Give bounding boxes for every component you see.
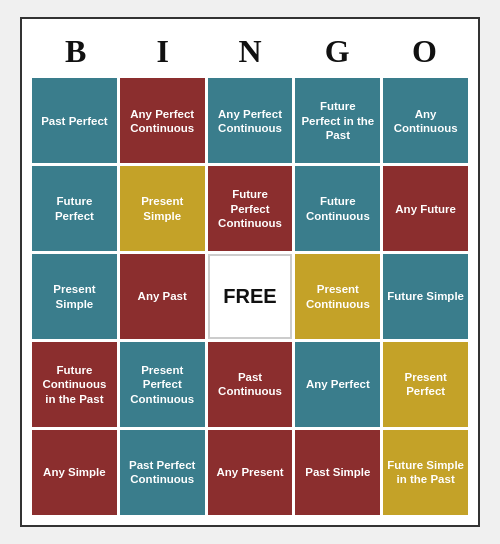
cell-r2-c0[interactable]: Present Simple: [32, 254, 117, 339]
cell-r4-c0[interactable]: Any Simple: [32, 430, 117, 515]
cell-r0-c2[interactable]: Any Perfect Continuous: [208, 78, 293, 163]
cell-r2-c3[interactable]: Present Continuous: [295, 254, 380, 339]
bingo-letter-O: O: [381, 29, 468, 74]
bingo-card: BINGO Past PerfectAny Perfect Continuous…: [20, 17, 480, 526]
cell-r3-c2[interactable]: Past Continuous: [208, 342, 293, 427]
cell-r2-c1[interactable]: Any Past: [120, 254, 205, 339]
bingo-letter-I: I: [119, 29, 206, 74]
cell-r0-c1[interactable]: Any Perfect Continuous: [120, 78, 205, 163]
bingo-grid: Past PerfectAny Perfect ContinuousAny Pe…: [32, 78, 468, 514]
cell-r0-c3[interactable]: Future Perfect in the Past: [295, 78, 380, 163]
cell-r3-c4[interactable]: Present Perfect: [383, 342, 468, 427]
bingo-letter-N: N: [206, 29, 293, 74]
cell-r4-c3[interactable]: Past Simple: [295, 430, 380, 515]
cell-r3-c1[interactable]: Present Perfect Continuous: [120, 342, 205, 427]
cell-r1-c0[interactable]: Future Perfect: [32, 166, 117, 251]
cell-r4-c1[interactable]: Past Perfect Continuous: [120, 430, 205, 515]
cell-r3-c0[interactable]: Future Continuous in the Past: [32, 342, 117, 427]
cell-r2-c2[interactable]: FREE: [208, 254, 293, 339]
cell-r2-c4[interactable]: Future Simple: [383, 254, 468, 339]
cell-r0-c0[interactable]: Past Perfect: [32, 78, 117, 163]
cell-r1-c4[interactable]: Any Future: [383, 166, 468, 251]
cell-r4-c2[interactable]: Any Present: [208, 430, 293, 515]
cell-r3-c3[interactable]: Any Perfect: [295, 342, 380, 427]
bingo-letter-G: G: [294, 29, 381, 74]
bingo-letter-B: B: [32, 29, 119, 74]
cell-r0-c4[interactable]: Any Continuous: [383, 78, 468, 163]
cell-r1-c2[interactable]: Future Perfect Continuous: [208, 166, 293, 251]
cell-r1-c1[interactable]: Present Simple: [120, 166, 205, 251]
cell-r1-c3[interactable]: Future Continuous: [295, 166, 380, 251]
bingo-header: BINGO: [32, 29, 468, 74]
cell-r4-c4[interactable]: Future Simple in the Past: [383, 430, 468, 515]
